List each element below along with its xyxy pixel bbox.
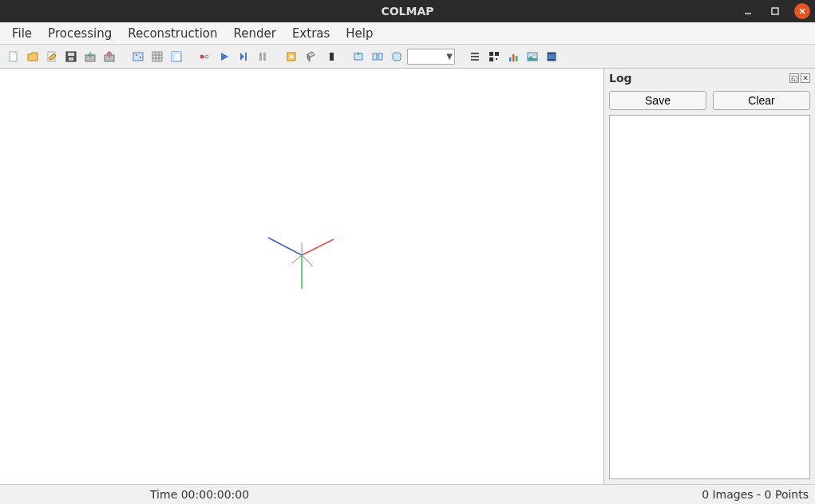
svg-rect-25 bbox=[245, 53, 247, 61]
svg-rect-42 bbox=[496, 58, 497, 60]
bundle-adjustment-icon[interactable] bbox=[283, 48, 300, 65]
import-icon[interactable] bbox=[81, 48, 99, 65]
export-icon[interactable] bbox=[101, 48, 118, 65]
svg-rect-50 bbox=[548, 59, 556, 61]
svg-rect-41 bbox=[489, 57, 493, 61]
svg-point-23 bbox=[205, 55, 208, 58]
svg-rect-40 bbox=[495, 52, 499, 56]
svg-rect-49 bbox=[548, 53, 556, 54]
svg-rect-45 bbox=[516, 56, 518, 61]
undistort-icon[interactable] bbox=[350, 48, 367, 65]
window-title: COLMAP bbox=[381, 5, 433, 18]
svg-rect-27 bbox=[263, 53, 266, 61]
save-icon[interactable] bbox=[62, 48, 80, 65]
svg-rect-8 bbox=[69, 57, 73, 61]
svg-rect-1 bbox=[772, 8, 778, 14]
pause-icon[interactable] bbox=[254, 48, 271, 65]
svg-point-29 bbox=[290, 55, 293, 58]
svg-point-13 bbox=[140, 57, 141, 58]
model-select-combo[interactable]: ▼ bbox=[407, 49, 455, 65]
log-panel: Log ◱ ✕ Save Clear bbox=[603, 69, 815, 484]
log-output[interactable] bbox=[609, 115, 810, 479]
svg-rect-7 bbox=[68, 53, 74, 56]
open-project-icon[interactable] bbox=[24, 48, 42, 65]
titlebar: COLMAP bbox=[0, 0, 815, 22]
statusbar: Time 00:00:00:00 0 Images - 0 Points bbox=[0, 485, 815, 504]
svg-line-54 bbox=[292, 255, 302, 263]
menu-processing[interactable]: Processing bbox=[41, 25, 119, 42]
menu-file[interactable]: File bbox=[5, 25, 39, 42]
svg-line-51 bbox=[302, 239, 334, 255]
automatic-reconstruction-icon[interactable] bbox=[196, 48, 214, 65]
step-icon[interactable] bbox=[235, 48, 252, 65]
svg-rect-33 bbox=[373, 53, 377, 60]
menu-help[interactable]: Help bbox=[338, 25, 380, 42]
feature-matching-icon[interactable] bbox=[148, 48, 166, 65]
qr-icon[interactable] bbox=[485, 48, 503, 65]
svg-rect-31 bbox=[326, 53, 330, 61]
viewport-3d[interactable] bbox=[0, 69, 603, 484]
menu-reconstruction[interactable]: Reconstruction bbox=[121, 25, 224, 42]
svg-point-47 bbox=[533, 53, 536, 56]
toolbar: ▼ bbox=[0, 45, 815, 69]
grab-image-icon[interactable] bbox=[524, 48, 541, 65]
svg-point-12 bbox=[136, 54, 137, 56]
svg-rect-21 bbox=[172, 52, 181, 54]
svg-point-22 bbox=[200, 54, 204, 58]
menu-render[interactable]: Render bbox=[226, 25, 283, 42]
svg-line-52 bbox=[268, 238, 302, 255]
svg-rect-11 bbox=[133, 53, 143, 61]
status-time: Time 00:00:00:00 bbox=[150, 488, 249, 501]
close-button[interactable] bbox=[794, 3, 810, 19]
log-undock-button[interactable]: ◱ bbox=[789, 73, 799, 83]
extract-colors-icon[interactable] bbox=[369, 48, 386, 65]
start-icon[interactable] bbox=[216, 48, 233, 65]
dense-reconstruction-icon[interactable] bbox=[302, 48, 319, 65]
maximize-button[interactable] bbox=[767, 3, 783, 19]
svg-rect-39 bbox=[489, 52, 493, 56]
svg-rect-26 bbox=[259, 53, 262, 61]
minimize-button[interactable] bbox=[740, 3, 756, 19]
menu-extras[interactable]: Extras bbox=[285, 25, 337, 42]
svg-rect-44 bbox=[512, 54, 515, 61]
grab-movie-icon[interactable] bbox=[543, 48, 560, 65]
render-options-icon[interactable] bbox=[321, 48, 338, 65]
menubar: File Processing Reconstruction Render Ex… bbox=[0, 22, 815, 45]
show-log-icon[interactable] bbox=[466, 48, 484, 65]
edit-project-icon[interactable] bbox=[43, 48, 61, 65]
axis-gizmo-icon bbox=[254, 207, 350, 303]
feature-extraction-icon[interactable] bbox=[129, 48, 147, 65]
svg-rect-14 bbox=[152, 52, 162, 61]
log-title: Log bbox=[609, 72, 632, 85]
new-project-icon[interactable] bbox=[5, 48, 22, 65]
log-close-button[interactable]: ✕ bbox=[801, 73, 810, 83]
status-counts: 0 Images - 0 Points bbox=[702, 488, 809, 501]
log-clear-button[interactable]: Clear bbox=[713, 91, 810, 110]
chevron-down-icon: ▼ bbox=[446, 52, 453, 61]
stats-chart-icon[interactable] bbox=[504, 48, 522, 65]
model-stats-icon[interactable] bbox=[388, 48, 406, 65]
svg-rect-43 bbox=[509, 57, 512, 61]
svg-line-55 bbox=[302, 255, 313, 266]
log-save-button[interactable]: Save bbox=[609, 91, 706, 110]
database-management-icon[interactable] bbox=[168, 48, 185, 65]
svg-rect-34 bbox=[378, 53, 382, 60]
